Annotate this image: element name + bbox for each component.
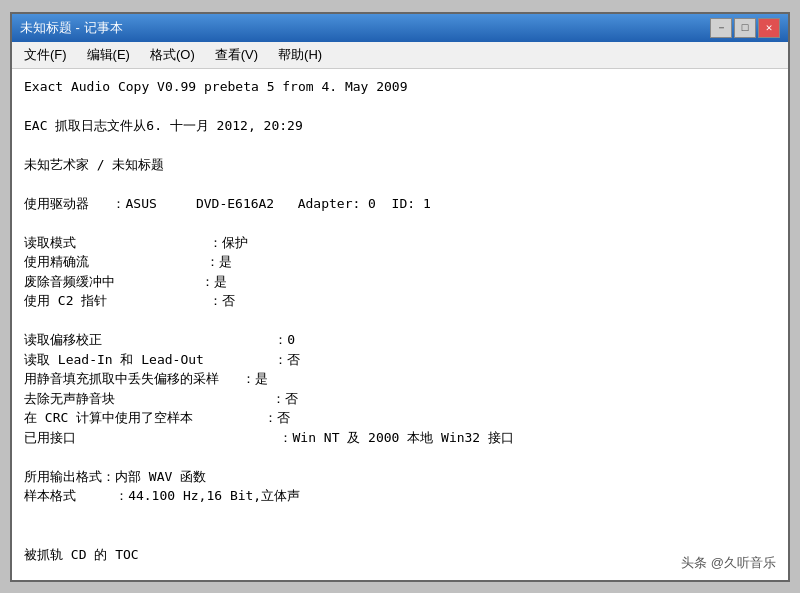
menu-edit[interactable]: 编辑(E) — [79, 44, 138, 66]
menu-file[interactable]: 文件(F) — [16, 44, 75, 66]
close-button[interactable]: ✕ — [758, 18, 780, 38]
menu-format[interactable]: 格式(O) — [142, 44, 203, 66]
menu-bar: 文件(F) 编辑(E) 格式(O) 查看(V) 帮助(H) — [12, 42, 788, 69]
window-controls: － □ ✕ — [710, 18, 780, 38]
maximize-button[interactable]: □ — [734, 18, 756, 38]
text-content[interactable]: Exact Audio Copy V0.99 prebeta 5 from 4.… — [12, 69, 788, 580]
minimize-button[interactable]: － — [710, 18, 732, 38]
window-title: 未知标题 - 记事本 — [20, 19, 123, 37]
menu-help[interactable]: 帮助(H) — [270, 44, 330, 66]
watermark-label: 头条 @久听音乐 — [681, 554, 776, 572]
title-bar: 未知标题 - 记事本 － □ ✕ — [12, 14, 788, 42]
menu-view[interactable]: 查看(V) — [207, 44, 266, 66]
notepad-window: 未知标题 - 记事本 － □ ✕ 文件(F) 编辑(E) 格式(O) 查看(V)… — [10, 12, 790, 582]
